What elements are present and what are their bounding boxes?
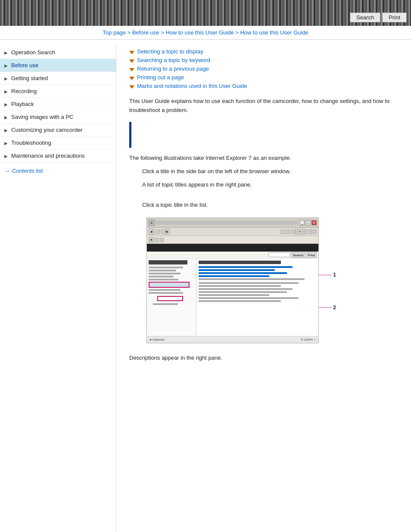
breadcrumb-before-use[interactable]: Before use bbox=[132, 29, 159, 36]
instruction-step-3: Click a topic title in the list. bbox=[129, 200, 398, 210]
result-text: Descriptions appear in the right pane. bbox=[129, 355, 398, 361]
arrow-icon bbox=[4, 128, 9, 132]
section-bar-indicator bbox=[129, 122, 131, 148]
browser-icon: e bbox=[149, 220, 155, 226]
sidebar-item-label: Getting started bbox=[11, 75, 48, 81]
browser-status-bar: ● Internet € 100% + bbox=[147, 336, 318, 343]
section-content bbox=[136, 122, 398, 148]
page-layout: Operation Search Before use Getting star… bbox=[0, 44, 411, 532]
main-content: Selecting a topic to display Searching a… bbox=[116, 44, 411, 532]
browser-search-bar: Search Print bbox=[147, 252, 318, 258]
sidebar-item-label: Maintenance and precautions bbox=[11, 152, 85, 159]
description-text: This User Guide explains how to use each… bbox=[129, 97, 398, 115]
breadcrumb-how-to-use[interactable]: How to use this User Guide bbox=[165, 29, 234, 36]
link-selecting-topic[interactable]: Selecting a topic to display bbox=[129, 48, 398, 55]
annotation-2: 2 bbox=[319, 305, 336, 311]
arrow-icon bbox=[4, 50, 9, 55]
sidebar-item-label: Saving images with a PC bbox=[11, 114, 74, 120]
annotation-line-2 bbox=[319, 307, 332, 308]
search-button[interactable]: Search bbox=[350, 12, 380, 22]
sidebar-item-customizing[interactable]: Customizing your camcorder bbox=[0, 124, 116, 137]
browser-toolbar-2: ● bbox=[147, 236, 318, 244]
browser-page-header bbox=[147, 244, 318, 252]
arrow-icon bbox=[4, 89, 9, 93]
print-button[interactable]: Print bbox=[382, 12, 407, 22]
browser-left-pane bbox=[147, 258, 196, 336]
sidebar: Operation Search Before use Getting star… bbox=[0, 44, 116, 532]
link-label: Selecting a topic to display bbox=[137, 48, 203, 55]
breadcrumb-current: How to use this User Guide bbox=[240, 29, 308, 36]
link-printing[interactable]: Printing out a page bbox=[129, 74, 398, 81]
instruction-step-2: A list of topic titles appears in the ri… bbox=[129, 180, 398, 190]
sidebar-item-playback[interactable]: Playback bbox=[0, 98, 116, 111]
instruction-step-1: Click a title in the side bar on the lef… bbox=[129, 166, 398, 176]
browser-print-mini-btn[interactable]: Print bbox=[306, 252, 317, 258]
header-buttons: Search Print bbox=[350, 12, 407, 22]
sidebar-item-label: Customizing your camcorder bbox=[11, 127, 82, 133]
link-searching-keyword[interactable]: Searching a topic by keyword bbox=[129, 57, 398, 63]
sidebar-item-recording[interactable]: Recording bbox=[0, 85, 116, 98]
arrow-icon bbox=[4, 141, 9, 145]
sidebar-item-label: Before use bbox=[11, 62, 38, 68]
link-label: Marks and notations used in this User Gu… bbox=[137, 83, 247, 89]
sidebar-item-getting-started[interactable]: Getting started bbox=[0, 72, 116, 85]
triangle-icon bbox=[129, 68, 134, 72]
browser-page-body bbox=[147, 258, 318, 336]
link-returning[interactable]: Returning to a previous page bbox=[129, 65, 398, 72]
browser-right-pane bbox=[196, 258, 318, 336]
annotation-label-1: 1 bbox=[333, 272, 336, 278]
triangle-icon bbox=[129, 85, 134, 89]
sidebar-item-troubleshooting[interactable]: Troubleshooting bbox=[0, 137, 116, 149]
breadcrumb: Top page > Before use > How to use this … bbox=[0, 26, 411, 40]
sidebar-item-label: Operation Search bbox=[11, 49, 55, 56]
links-section: Selecting a topic to display Searching a… bbox=[129, 48, 398, 89]
link-label: Returning to a previous page bbox=[137, 65, 209, 72]
sidebar-item-label: Troubleshooting bbox=[11, 140, 51, 146]
contents-list-label: Contents list bbox=[12, 168, 43, 174]
arrow-icon bbox=[4, 154, 9, 158]
arrow-icon bbox=[4, 63, 9, 68]
browser-screenshot: e _ □ ✕ ● ★ bbox=[146, 218, 319, 343]
browser-status-right: € 100% + bbox=[301, 338, 316, 342]
annotation-1: 1 bbox=[319, 272, 336, 278]
triangle-icon bbox=[129, 77, 134, 80]
arrow-icon bbox=[4, 115, 9, 119]
annotation-label-2: 2 bbox=[333, 305, 336, 311]
sidebar-item-operation-search[interactable]: Operation Search bbox=[0, 46, 116, 59]
link-marks-notations[interactable]: Marks and notations used in this User Gu… bbox=[129, 83, 398, 89]
browser-titlebar: e _ □ ✕ bbox=[147, 218, 318, 227]
contents-list-link[interactable]: Contents list bbox=[0, 162, 116, 179]
sidebar-item-label: Recording bbox=[11, 88, 37, 94]
browser-status-left: ● Internet bbox=[149, 338, 164, 342]
arrow-icon bbox=[4, 76, 9, 81]
link-label: Searching a topic by keyword bbox=[137, 57, 210, 63]
link-label: Printing out a page bbox=[137, 74, 184, 81]
triangle-icon bbox=[129, 59, 134, 63]
arrow-icon bbox=[4, 102, 9, 106]
section-with-bar bbox=[129, 122, 398, 148]
annotation-line-1 bbox=[319, 275, 332, 275]
instruction-example: The following illustrations take Interne… bbox=[129, 153, 398, 163]
browser-search-mini-btn[interactable]: Search bbox=[291, 252, 305, 258]
sidebar-item-label: Playback bbox=[11, 101, 34, 107]
sidebar-item-before-use[interactable]: Before use bbox=[0, 59, 116, 72]
browser-toolbar-1: ● ★ + bbox=[147, 227, 318, 236]
header: Search Print bbox=[0, 0, 411, 26]
triangle-icon bbox=[129, 51, 134, 54]
breadcrumb-top[interactable]: Top page bbox=[103, 29, 126, 36]
sidebar-item-saving-images[interactable]: Saving images with a PC bbox=[0, 111, 116, 124]
sidebar-item-maintenance[interactable]: Maintenance and precautions bbox=[0, 149, 116, 162]
